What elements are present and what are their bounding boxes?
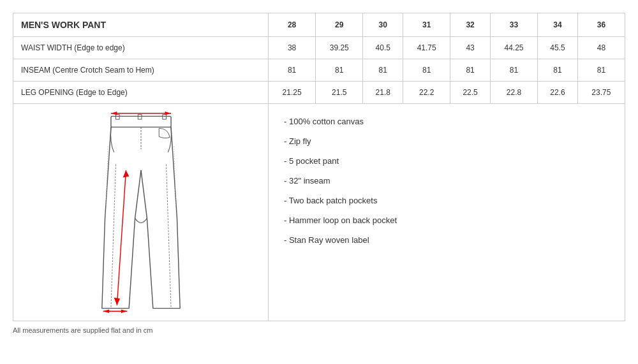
features-cell: - 100% cotton canvas - Zip fly - 5 pocke… [269,104,625,321]
table-title: MEN'S WORK PANT [13,13,269,37]
leg-29: 21.5 [316,82,363,104]
svg-line-7 [117,170,126,305]
size-header-30: 30 [363,13,403,37]
feature-2: - Zip fly [284,136,609,146]
inseam-33: 81 [490,59,537,82]
waist-33: 44.25 [490,37,537,59]
svg-rect-0 [110,116,170,127]
inseam-34: 81 [538,59,578,82]
inseam-29: 81 [316,59,363,82]
size-header-33: 33 [490,13,537,37]
waist-34: 45.5 [538,37,578,59]
svg-marker-14 [103,309,108,313]
leg-32: 22.5 [450,82,491,104]
leg-28: 21.25 [269,82,316,104]
svg-rect-2 [138,115,142,120]
feature-6: - Hammer loop on back pocket [284,215,609,225]
inseam-30: 81 [363,59,403,82]
waist-36: 48 [577,37,625,59]
inseam-36: 81 [577,59,625,82]
size-header-36: 36 [577,13,625,37]
footer-note: All measurements are supplied flat and i… [13,326,625,334]
size-table: MEN'S WORK PANT 28 29 30 31 32 33 34 36 … [13,13,625,321]
waist-30: 40.5 [363,37,403,59]
leg-36: 23.75 [577,82,625,104]
feature-7: - Stan Ray woven label [284,235,609,245]
waist-28: 38 [269,37,316,59]
svg-rect-3 [162,115,166,120]
leg-34: 22.6 [538,82,578,104]
waist-31: 41.75 [403,37,450,59]
leg-33: 22.8 [490,82,537,104]
svg-marker-8 [122,170,128,177]
inseam-32: 81 [450,59,491,82]
waist-row: WAIST WIDTH (Edge to edge) 38 39.25 40.5… [13,37,625,59]
leg-30: 21.8 [363,82,403,104]
waist-29: 39.25 [316,37,363,59]
size-header-31: 31 [403,13,450,37]
waist-32: 43 [450,37,491,59]
feature-3: - 5 pocket pant [284,156,609,166]
leg-31: 22.2 [403,82,450,104]
svg-marker-11 [110,112,116,115]
svg-line-6 [166,164,171,309]
inseam-31: 81 [403,59,450,82]
waist-label: WAIST WIDTH (Edge to edge) [13,37,269,59]
svg-marker-9 [114,298,119,305]
leg-opening-label: LEG OPENING (Edge to Edge) [13,82,269,104]
svg-marker-12 [165,112,170,115]
feature-4: - 32" inseam [284,176,609,186]
svg-line-5 [110,164,115,309]
inseam-28: 81 [269,59,316,82]
size-header-28: 28 [269,13,316,37]
feature-1: - 100% cotton canvas [284,117,609,126]
leg-opening-row: LEG OPENING (Edge to Edge) 21.25 21.5 21… [13,82,625,104]
inseam-label: INSEAM (Centre Crotch Seam to Hem) [13,59,269,82]
pants-illustration [90,110,192,314]
detail-row: - 100% cotton canvas - Zip fly - 5 pocke… [13,104,625,321]
inseam-row: INSEAM (Centre Crotch Seam to Hem) 81 81… [13,59,625,82]
pants-image-cell [13,104,269,321]
feature-5: - Two back patch pockets [284,196,609,205]
size-header-29: 29 [316,13,363,37]
svg-rect-1 [115,115,119,120]
svg-marker-15 [121,309,126,313]
size-header-34: 34 [538,13,578,37]
page-container: MEN'S WORK PANT 28 29 30 31 32 33 34 36 … [0,0,638,347]
size-header-32: 32 [450,13,491,37]
